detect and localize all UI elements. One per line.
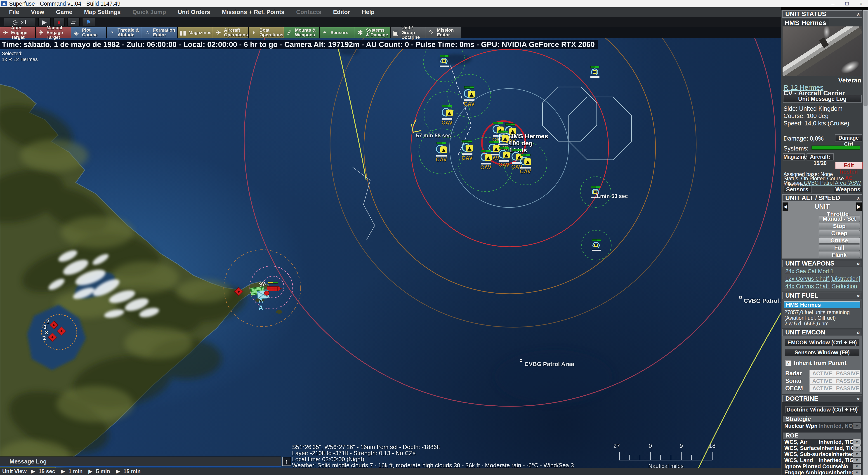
unit-course-text: Course: 100 deg: [783, 113, 829, 120]
helicopter-unit-symbol[interactable]: [588, 66, 602, 78]
throttle-button[interactable]: Manual - Set Auto: [819, 216, 860, 222]
menu-item[interactable]: Editor: [327, 8, 356, 15]
time-step-button[interactable]: 5 min: [89, 468, 110, 475]
sidebar-scrollbar[interactable]: [863, 10, 868, 475]
dropdown-chevron-icon[interactable]: ▼: [853, 464, 861, 469]
menu-item[interactable]: Help: [356, 8, 380, 15]
weapon-link[interactable]: 12x Corvus Chaff [Distraction]: [785, 276, 862, 282]
doctrine-row: Engage Ambigous Inherited, Pessim ▼: [784, 469, 861, 475]
collapse-chevron-icon[interactable]: »: [855, 13, 861, 16]
unit-weapons-header[interactable]: UNIT WEAPONS»: [782, 260, 862, 267]
aircraft-button[interactable]: Aircraft: 15/20: [807, 153, 834, 160]
time-step-button[interactable]: 1 min: [61, 468, 83, 475]
ribbon-button[interactable]: ✎ Mission Editor: [426, 27, 461, 38]
unit-underline-bar: [592, 250, 601, 251]
ribbon-button[interactable]: ∴ Formation Editor: [142, 27, 178, 38]
helicopter-unit-symbol[interactable]: [590, 239, 603, 251]
unit-status-bar: [591, 186, 600, 188]
emcon-passive-button[interactable]: PASSIVE: [835, 377, 860, 385]
collapse-chevron-icon[interactable]: »: [855, 331, 861, 334]
throttle-button[interactable]: Flank: [819, 252, 860, 258]
message-log-bar[interactable]: Message Log: [0, 456, 281, 467]
minimize-button[interactable]: –: [826, 0, 840, 7]
unit-status-header[interactable]: UNIT STATUS»: [782, 10, 862, 18]
unit-message-log-button[interactable]: Unit Message Log: [783, 95, 862, 103]
throttle-button[interactable]: Full: [819, 245, 860, 251]
menu-item[interactable]: Missions + Ref. Points: [216, 8, 290, 15]
dropdown-chevron-icon[interactable]: ▼: [853, 470, 861, 475]
helicopter-unit-symbol[interactable]: [437, 55, 451, 67]
damage-ctrl-button[interactable]: Damage Ctrl: [835, 134, 862, 141]
menu-item[interactable]: File: [3, 8, 25, 15]
emcon-window-button[interactable]: EMCON Window (Ctrl + F9): [785, 339, 860, 346]
expand-info-icon[interactable]: ↑: [282, 457, 291, 466]
collapse-chevron-icon[interactable]: »: [855, 262, 861, 265]
throttle-button[interactable]: Stop: [819, 223, 860, 229]
sensors-button[interactable]: Sensors: [783, 186, 811, 193]
throttle-button[interactable]: Creep: [819, 230, 860, 236]
weapons-button[interactable]: Weapons: [834, 186, 862, 193]
unit-fuel-header[interactable]: UNIT FUEL»: [782, 292, 862, 299]
menu-item[interactable]: Map Settings: [78, 8, 127, 15]
magazines-button[interactable]: Magazines: [783, 153, 805, 160]
inherit-checkbox[interactable]: ✓: [785, 360, 791, 366]
ribbon-button[interactable]: ✈ Manual Engage Target: [35, 27, 71, 38]
emcon-passive-button[interactable]: PASSIVE: [835, 370, 860, 377]
ribbon-button-icon: ◓: [321, 29, 329, 36]
ribbon-button[interactable]: ✈ Auto Engage Target: [0, 27, 35, 38]
emcon-active-button[interactable]: ACTIVE: [809, 377, 835, 385]
ribbon-button-icon: ◔: [108, 29, 116, 36]
edit-hosted-ac-button[interactable]: Edit hosted AC: [835, 162, 863, 169]
emcon-sensor-label: Sonar: [785, 377, 809, 384]
ribbon-button[interactable]: ∕∕ Mounts & Weapons: [284, 27, 319, 38]
ribbon-button[interactable]: ▣ Unit / Group Doctrine: [391, 27, 426, 38]
emcon-active-button[interactable]: ACTIVE: [809, 370, 835, 377]
sensors-window-button[interactable]: Sensors Window (F9): [785, 349, 860, 356]
menu-item[interactable]: Unit Orders: [172, 8, 216, 15]
doctrine-window-button[interactable]: Doctrine Window (Ctrl + F9): [785, 406, 859, 413]
time-step-button[interactable]: 15 sec: [31, 468, 55, 475]
menu-item[interactable]: Quick Jump: [127, 8, 172, 15]
doctrine-header[interactable]: DOCTRINE»: [782, 395, 862, 402]
weapon-link[interactable]: 44x Corvus Chaff [Seduction]: [785, 283, 862, 289]
collapse-chevron-icon[interactable]: »: [855, 197, 861, 200]
unit-emcon-header[interactable]: UNIT EMCON»: [782, 329, 862, 336]
tactical-map[interactable]: Time: sábado, 1 de mayo de 1982 - Zulu: …: [0, 38, 781, 475]
time-step-button[interactable]: 15 min: [116, 468, 141, 475]
menu-item[interactable]: Contacts: [290, 8, 327, 15]
map-mode-button[interactable]: ▱: [67, 18, 80, 26]
menu-item[interactable]: Game: [50, 8, 78, 15]
scale-tick-label: 9: [680, 442, 683, 449]
window-title: Superfuse - Command v1.04 - Build 1147.4…: [9, 0, 121, 7]
ribbon-button[interactable]: ◔ Throttle & Altitude: [106, 27, 142, 38]
collapse-chevron-icon[interactable]: »: [855, 294, 861, 297]
ribbon-button[interactable]: ▮▮ Magazines: [178, 27, 213, 38]
fuel-selected-unit[interactable]: HMS Hermes: [784, 302, 860, 308]
ribbon-button[interactable]: ✱ Systems & Damage: [355, 27, 391, 38]
maximize-button[interactable]: □: [840, 0, 854, 7]
doctrine-row: WCS, Sub-surface Inherited, TIGHT ▼: [784, 451, 861, 457]
unit-alt-speed-header[interactable]: UNIT ALT / SPEED»: [782, 194, 862, 201]
quick-jump-button[interactable]: ⚑: [82, 18, 95, 26]
dropdown-chevron-icon[interactable]: ▼: [853, 451, 861, 457]
doctrine-setting-value: Inherited, TIGHT: [819, 457, 853, 464]
dropdown-chevron-icon[interactable]: ▼: [853, 457, 861, 463]
collapse-chevron-icon[interactable]: »: [855, 398, 861, 401]
ribbon-button[interactable]: ◈ Plot Course: [71, 27, 106, 38]
ribbon-button-icon: ✎: [428, 29, 435, 36]
doctrine-setting-value: Inherited, TIGHT: [819, 439, 853, 445]
ribbon-button[interactable]: ◓ Sensors: [319, 27, 355, 38]
emcon-passive-button[interactable]: PASSIVE: [835, 385, 860, 392]
ribbon-button[interactable]: ◗ Boat Operations: [248, 27, 284, 38]
menu-item[interactable]: View: [25, 8, 50, 15]
weapon-link[interactable]: 24x Sea Cat Mod 1: [785, 268, 862, 275]
throttle-button[interactable]: Cruise: [819, 237, 860, 244]
unit-view-label[interactable]: Unit View: [0, 468, 31, 475]
ribbon-button[interactable]: ✈ Aircraft Operations: [213, 27, 248, 38]
map-layers-icon: ▱: [71, 19, 76, 26]
close-button[interactable]: ×: [854, 0, 868, 7]
emcon-active-button[interactable]: ACTIVE: [809, 385, 835, 392]
dropdown-chevron-icon[interactable]: ▼: [853, 445, 861, 451]
helicopter-unit-symbol[interactable]: 1 min 53 sec: [589, 186, 602, 198]
dropdown-chevron-icon[interactable]: ▼: [853, 439, 861, 445]
